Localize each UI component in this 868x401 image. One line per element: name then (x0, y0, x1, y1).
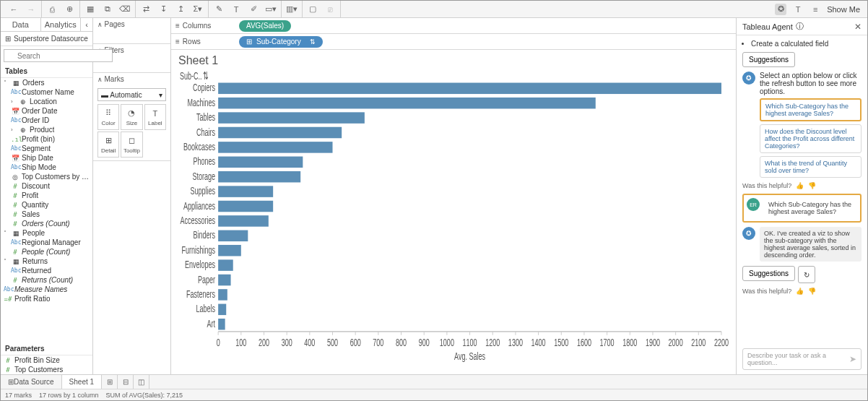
marks-detail[interactable]: ⊞Detail (97, 131, 119, 158)
share-icon[interactable]: ⎚ (324, 4, 336, 15)
text-icon[interactable]: T (230, 4, 242, 15)
show-me-button[interactable]: Show Me (827, 5, 860, 14)
tab-data-source[interactable]: ⊞ Data Source (1, 375, 62, 389)
field-profit-bin[interactable]: .ılProfit (bin) (1, 134, 92, 144)
suggestion-1[interactable]: Which Sub-Category has the highest avera… (760, 98, 862, 121)
table-people[interactable]: ˅▦People (1, 228, 92, 238)
field-sales[interactable]: #Sales (1, 210, 92, 219)
thumbs-up-icon[interactable]: 👍 (796, 288, 804, 295)
clear-sheet-icon[interactable]: ⌫ (119, 4, 131, 15)
field-ship-date[interactable]: 📅Ship Date (1, 153, 92, 163)
tab-data[interactable]: Data (1, 18, 41, 31)
field-profit[interactable]: #Profit (1, 191, 92, 200)
field-people-count[interactable]: #People (Count) (1, 247, 92, 256)
dup-sheet-icon[interactable]: ⧉ (102, 4, 113, 15)
svg-rect-27 (218, 259, 233, 271)
marks-shelf[interactable]: Marks (93, 73, 170, 85)
suggestion-2[interactable]: How does the Discount level affect the P… (760, 124, 862, 153)
refresh-icon[interactable]: ↻ (798, 266, 815, 283)
annotate-icon[interactable]: ✐ (248, 4, 259, 15)
back-icon[interactable]: ← (8, 4, 19, 15)
datasource-row[interactable]: ⊞ Superstore Datasource (1, 32, 92, 46)
field-order-id[interactable]: AbcOrder ID (1, 116, 92, 125)
sort-desc-icon[interactable]: ↥ (175, 4, 186, 15)
field-regional-manager[interactable]: AbcRegional Manager (1, 238, 92, 247)
thumbs-down-icon[interactable]: 👎 (808, 182, 816, 189)
agent-title: Tableau Agent ⓘ (742, 21, 804, 32)
send-icon[interactable]: ➤ (849, 354, 856, 364)
new-story-icon[interactable]: ◫ (134, 375, 149, 389)
sheet-title[interactable]: Sheet 1 (171, 50, 736, 72)
thumbs-up-icon[interactable]: 👍 (796, 182, 804, 189)
save-icon[interactable]: ⎙ (46, 4, 58, 15)
table-orders[interactable]: ˅▦Orders (1, 78, 92, 87)
field-discount[interactable]: #Discount (1, 181, 92, 191)
guide-icon[interactable]: ≡ (810, 4, 821, 15)
svg-text:Appliances: Appliances (183, 199, 215, 212)
suggestions-button[interactable]: Suggestions (742, 52, 795, 67)
tab-analytics[interactable]: Analytics (41, 18, 82, 31)
suggestions-button-2[interactable]: Suggestions (742, 266, 795, 281)
rows-pill-subcategory[interactable]: ⊞Sub-Category⇅ (239, 36, 323, 48)
presentation-icon[interactable]: ▢ (307, 4, 318, 15)
field-returned[interactable]: AbcReturned (1, 266, 92, 275)
columns-shelf[interactable]: ≡Columns AVG(Sales) (171, 18, 736, 34)
info-icon[interactable]: ⓘ (796, 21, 804, 32)
rows-shelf[interactable]: ≡Rows ⊞Sub-Category⇅ (171, 34, 736, 50)
bot-avatar-icon: ✪ (742, 72, 755, 85)
sort-asc-icon[interactable]: ↧ (157, 4, 169, 15)
field-orders-count[interactable]: #Orders (Count) (1, 219, 92, 228)
marks-label[interactable]: TLabel (144, 104, 166, 130)
field-product[interactable]: ›⊕Product (1, 125, 92, 134)
close-icon[interactable]: ✕ (854, 22, 862, 32)
field-measure-names[interactable]: AbcMeasure Names (1, 285, 92, 294)
suggestion-3[interactable]: What is the trend of Quantity sold over … (760, 156, 862, 178)
tab-sheet-1[interactable]: Sheet 1 (62, 375, 102, 389)
svg-text:1000: 1000 (440, 336, 454, 348)
new-sheet-icon[interactable]: ▦ (84, 4, 96, 15)
marks-tooltip[interactable]: ◻Tooltip (121, 131, 142, 158)
columns-pill-avg-sales[interactable]: AVG(Sales) (239, 20, 291, 32)
highlight-icon[interactable]: ✎ (213, 4, 225, 15)
field-order-date[interactable]: 📅Order Date (1, 106, 92, 116)
new-data-icon[interactable]: ⊕ (64, 4, 75, 15)
fit-icon[interactable]: ▭▾ (265, 4, 277, 15)
search-input[interactable] (4, 49, 113, 62)
new-dashboard-icon[interactable]: ⊟ (118, 375, 134, 389)
agent-icon[interactable]: ✪ (775, 4, 786, 15)
marks-type-dropdown[interactable]: ▬ Automatic▾ (97, 88, 166, 101)
field-segment[interactable]: AbcSegment (1, 144, 92, 153)
field-customer-name[interactable]: AbcCustomer Name (1, 87, 92, 97)
field-profit-ratio[interactable]: =#Profit Ratio (1, 294, 92, 303)
tooltip-icon: ◻ (126, 136, 136, 146)
agent-input[interactable]: Describe your task or ask a question... … (742, 348, 862, 370)
svg-text:Envelopes: Envelopes (185, 259, 215, 271)
pages-shelf[interactable]: Pages (93, 18, 170, 30)
marks-color[interactable]: ⠿Color (97, 104, 119, 130)
new-worksheet-icon[interactable]: ⊞ (102, 375, 118, 389)
thumbs-down-icon[interactable]: 👎 (808, 288, 816, 295)
totals-icon[interactable]: Σ▾ (192, 4, 204, 15)
field-ship-mode[interactable]: AbcShip Mode (1, 163, 92, 172)
user-avatar: ER (747, 198, 760, 211)
svg-text:700: 700 (373, 336, 383, 348)
marks-size[interactable]: ◔Size (121, 104, 142, 130)
field-returns-count[interactable]: #Returns (Count) (1, 275, 92, 285)
bar-chart[interactable]: Sub-C..⇅CopiersMachinesTablesChairsBookc… (178, 72, 729, 367)
panel-collapse-icon[interactable]: ‹ (81, 18, 92, 31)
svg-text:Phones: Phones (194, 155, 216, 168)
param-profit-bin-size[interactable]: #Profit Bin Size (1, 355, 92, 365)
chart-type-icon[interactable]: ▥▾ (286, 4, 298, 15)
field-quantity[interactable]: #Quantity (1, 200, 92, 210)
svg-rect-23 (218, 230, 248, 242)
param-top-customers[interactable]: #Top Customers (1, 365, 92, 374)
field-top-customers[interactable]: ◎Top Customers by P... (1, 172, 92, 181)
feedback-row-2: Was this helpful? 👍 👎 (742, 288, 862, 295)
svg-text:Bookcases: Bookcases (183, 141, 215, 153)
format-icon[interactable]: T (792, 4, 804, 15)
forward-icon[interactable]: → (25, 4, 37, 15)
swap-icon[interactable]: ⇄ (140, 4, 152, 15)
table-returns[interactable]: ˅▦Returns (1, 256, 92, 266)
svg-text:1500: 1500 (554, 336, 568, 348)
field-location[interactable]: ›⊕Location (1, 97, 92, 106)
